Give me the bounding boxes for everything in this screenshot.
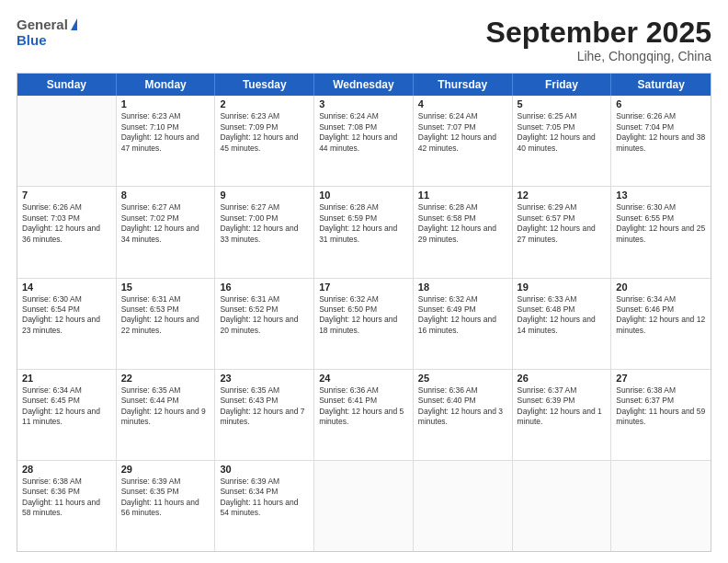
cal-week-2: 7Sunrise: 6:26 AMSunset: 7:03 PMDaylight… xyxy=(17,187,711,278)
cell-info: Sunrise: 6:32 AMSunset: 6:49 PMDaylight:… xyxy=(418,294,507,337)
day-number: 25 xyxy=(418,373,507,384)
logo: General Blue xyxy=(17,17,77,48)
cal-cell xyxy=(314,461,414,551)
cal-cell: 18Sunrise: 6:32 AMSunset: 6:49 PMDayligh… xyxy=(414,279,513,369)
day-number: 20 xyxy=(616,282,706,293)
day-number: 27 xyxy=(616,373,706,384)
cell-info: Sunrise: 6:28 AMSunset: 6:59 PMDaylight:… xyxy=(319,202,408,245)
cal-header-sunday: Sunday xyxy=(17,74,117,96)
day-number: 3 xyxy=(319,98,408,109)
cal-cell: 30Sunrise: 6:39 AMSunset: 6:34 PMDayligh… xyxy=(215,461,314,551)
day-number: 16 xyxy=(220,282,309,293)
cell-info: Sunrise: 6:39 AMSunset: 6:34 PMDaylight:… xyxy=(220,477,309,519)
cal-header-thursday: Thursday xyxy=(414,74,513,96)
cal-cell xyxy=(513,461,612,551)
cal-cell xyxy=(611,461,711,551)
cell-info: Sunrise: 6:30 AMSunset: 6:54 PMDaylight:… xyxy=(22,294,111,337)
cal-cell: 29Sunrise: 6:39 AMSunset: 6:35 PMDayligh… xyxy=(117,461,216,551)
cell-info: Sunrise: 6:31 AMSunset: 6:52 PMDaylight:… xyxy=(220,294,309,337)
calendar-header: SundayMondayTuesdayWednesdayThursdayFrid… xyxy=(17,74,711,96)
cal-header-monday: Monday xyxy=(117,74,216,96)
cal-cell: 19Sunrise: 6:33 AMSunset: 6:48 PMDayligh… xyxy=(513,279,612,369)
location-label: Lihe, Chongqing, China xyxy=(486,49,711,63)
day-number: 30 xyxy=(220,464,309,475)
day-number: 23 xyxy=(220,373,309,384)
cell-info: Sunrise: 6:23 AMSunset: 7:10 PMDaylight:… xyxy=(121,111,210,154)
cal-cell: 5Sunrise: 6:25 AMSunset: 7:05 PMDaylight… xyxy=(513,96,612,186)
day-number: 12 xyxy=(518,190,607,201)
day-number: 18 xyxy=(418,282,507,293)
cell-info: Sunrise: 6:29 AMSunset: 6:57 PMDaylight:… xyxy=(518,202,607,245)
cell-info: Sunrise: 6:38 AMSunset: 6:37 PMDaylight:… xyxy=(616,385,706,428)
cal-week-1: 1Sunrise: 6:23 AMSunset: 7:10 PMDaylight… xyxy=(17,96,711,187)
cell-info: Sunrise: 6:35 AMSunset: 6:43 PMDaylight:… xyxy=(220,385,309,428)
cell-info: Sunrise: 6:35 AMSunset: 6:44 PMDaylight:… xyxy=(121,385,210,428)
logo-blue: Blue xyxy=(17,32,47,48)
cell-info: Sunrise: 6:27 AMSunset: 7:02 PMDaylight:… xyxy=(121,202,210,245)
cal-cell: 2Sunrise: 6:23 AMSunset: 7:09 PMDaylight… xyxy=(215,96,314,186)
day-number: 28 xyxy=(22,464,111,475)
calendar: SundayMondayTuesdayWednesdayThursdayFrid… xyxy=(17,73,711,552)
cal-cell: 9Sunrise: 6:27 AMSunset: 7:00 PMDaylight… xyxy=(215,187,314,277)
day-number: 1 xyxy=(121,98,210,109)
logo-triangle-icon xyxy=(71,18,77,30)
cal-cell: 24Sunrise: 6:36 AMSunset: 6:41 PMDayligh… xyxy=(314,370,414,460)
cell-info: Sunrise: 6:25 AMSunset: 7:05 PMDaylight:… xyxy=(518,111,607,154)
day-number: 14 xyxy=(22,282,111,293)
cell-info: Sunrise: 6:30 AMSunset: 6:55 PMDaylight:… xyxy=(616,202,706,245)
cal-cell: 21Sunrise: 6:34 AMSunset: 6:45 PMDayligh… xyxy=(17,370,117,460)
day-number: 13 xyxy=(616,190,706,201)
day-number: 5 xyxy=(518,98,607,109)
day-number: 24 xyxy=(319,373,408,384)
day-number: 9 xyxy=(220,190,309,201)
cell-info: Sunrise: 6:24 AMSunset: 7:08 PMDaylight:… xyxy=(319,111,408,154)
cal-cell: 12Sunrise: 6:29 AMSunset: 6:57 PMDayligh… xyxy=(513,187,612,277)
cell-info: Sunrise: 6:32 AMSunset: 6:50 PMDaylight:… xyxy=(319,294,408,337)
day-number: 2 xyxy=(220,98,309,109)
cal-cell: 3Sunrise: 6:24 AMSunset: 7:08 PMDaylight… xyxy=(314,96,414,186)
cal-cell: 15Sunrise: 6:31 AMSunset: 6:53 PMDayligh… xyxy=(117,279,216,369)
day-number: 17 xyxy=(319,282,408,293)
day-number: 10 xyxy=(319,190,408,201)
cal-header-tuesday: Tuesday xyxy=(215,74,314,96)
cell-info: Sunrise: 6:31 AMSunset: 6:53 PMDaylight:… xyxy=(121,294,210,337)
cal-cell: 26Sunrise: 6:37 AMSunset: 6:39 PMDayligh… xyxy=(513,370,612,460)
cell-info: Sunrise: 6:34 AMSunset: 6:46 PMDaylight:… xyxy=(616,294,706,337)
cal-cell: 11Sunrise: 6:28 AMSunset: 6:58 PMDayligh… xyxy=(414,187,513,277)
cal-cell: 14Sunrise: 6:30 AMSunset: 6:54 PMDayligh… xyxy=(17,279,117,369)
cal-cell: 1Sunrise: 6:23 AMSunset: 7:10 PMDaylight… xyxy=(117,96,216,186)
cell-info: Sunrise: 6:28 AMSunset: 6:58 PMDaylight:… xyxy=(418,202,507,245)
day-number: 21 xyxy=(22,373,111,384)
cell-info: Sunrise: 6:36 AMSunset: 6:40 PMDaylight:… xyxy=(418,385,507,428)
cal-cell: 13Sunrise: 6:30 AMSunset: 6:55 PMDayligh… xyxy=(611,187,711,277)
cell-info: Sunrise: 6:26 AMSunset: 7:03 PMDaylight:… xyxy=(22,202,111,245)
cal-header-saturday: Saturday xyxy=(611,74,711,96)
cell-info: Sunrise: 6:37 AMSunset: 6:39 PMDaylight:… xyxy=(518,385,607,428)
cal-cell: 8Sunrise: 6:27 AMSunset: 7:02 PMDaylight… xyxy=(117,187,216,277)
cell-info: Sunrise: 6:38 AMSunset: 6:36 PMDaylight:… xyxy=(22,477,111,519)
day-number: 15 xyxy=(121,282,210,293)
cell-info: Sunrise: 6:34 AMSunset: 6:45 PMDaylight:… xyxy=(22,385,111,428)
cal-header-wednesday: Wednesday xyxy=(314,74,414,96)
cal-cell: 20Sunrise: 6:34 AMSunset: 6:46 PMDayligh… xyxy=(611,279,711,369)
cell-info: Sunrise: 6:23 AMSunset: 7:09 PMDaylight:… xyxy=(220,111,309,154)
cal-cell: 16Sunrise: 6:31 AMSunset: 6:52 PMDayligh… xyxy=(215,279,314,369)
day-number: 22 xyxy=(121,373,210,384)
day-number: 4 xyxy=(418,98,507,109)
cell-info: Sunrise: 6:27 AMSunset: 7:00 PMDaylight:… xyxy=(220,202,309,245)
logo-general: General xyxy=(17,17,68,32)
title-block: September 2025 Lihe, Chongqing, China xyxy=(486,17,711,63)
cal-cell: 27Sunrise: 6:38 AMSunset: 6:37 PMDayligh… xyxy=(611,370,711,460)
cal-cell: 4Sunrise: 6:24 AMSunset: 7:07 PMDaylight… xyxy=(414,96,513,186)
cal-cell xyxy=(414,461,513,551)
day-number: 7 xyxy=(22,190,111,201)
cell-info: Sunrise: 6:36 AMSunset: 6:41 PMDaylight:… xyxy=(319,385,408,428)
cal-cell: 7Sunrise: 6:26 AMSunset: 7:03 PMDaylight… xyxy=(17,187,117,277)
day-number: 29 xyxy=(121,464,210,475)
cal-cell: 22Sunrise: 6:35 AMSunset: 6:44 PMDayligh… xyxy=(117,370,216,460)
cal-week-3: 14Sunrise: 6:30 AMSunset: 6:54 PMDayligh… xyxy=(17,279,711,370)
cal-week-5: 28Sunrise: 6:38 AMSunset: 6:36 PMDayligh… xyxy=(17,461,711,551)
cal-cell: 28Sunrise: 6:38 AMSunset: 6:36 PMDayligh… xyxy=(17,461,117,551)
calendar-body: 1Sunrise: 6:23 AMSunset: 7:10 PMDaylight… xyxy=(17,96,711,551)
cal-week-4: 21Sunrise: 6:34 AMSunset: 6:45 PMDayligh… xyxy=(17,370,711,461)
